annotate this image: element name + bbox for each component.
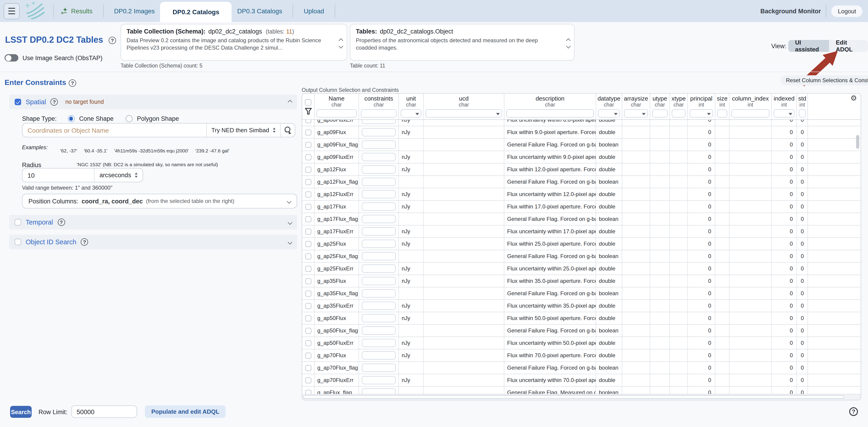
filter-input-ucd[interactable] — [426, 109, 502, 117]
row-constraint-input[interactable] — [362, 252, 396, 260]
row-checkbox[interactable] — [305, 303, 311, 309]
constraints-help-icon[interactable]: ? — [69, 80, 76, 87]
row-constraint-input[interactable] — [362, 120, 396, 124]
row-checkbox[interactable] — [305, 154, 311, 160]
row-constraint-input[interactable] — [362, 165, 396, 174]
background-monitor-button[interactable]: Background Monitor — [760, 7, 821, 15]
tab-dp02-catalogs[interactable]: DP0.2 Catalogs — [160, 2, 232, 22]
row-checkbox[interactable] — [305, 365, 311, 371]
row-checkbox[interactable] — [305, 142, 311, 148]
object-id-section-header[interactable]: Object ID Search ? — [9, 235, 297, 249]
table-row[interactable]: g_ap12FluxErrnJyFlux uncertainty within … — [302, 188, 861, 201]
footer-help-icon[interactable]: ? — [849, 407, 858, 416]
horizontal-scrollbar-track[interactable] — [302, 394, 861, 400]
object-id-checkbox[interactable] — [15, 239, 21, 245]
column-header-std[interactable]: stdint — [797, 94, 808, 119]
column-header-constraints[interactable]: constraintschar — [359, 94, 399, 119]
column-header-indexed[interactable]: indexedint — [772, 94, 797, 119]
temporal-help-icon[interactable]: ? — [58, 219, 65, 226]
table-row[interactable]: g_ap25Flux_flagGeneral Failure Flag. For… — [302, 250, 861, 263]
row-checkbox[interactable] — [305, 352, 311, 358]
row-constraint-input[interactable] — [362, 339, 396, 347]
filter-dropdown-caret-icon[interactable] — [614, 113, 618, 115]
table-row[interactable]: g_ap12FluxnJyFlux within 12.0-pixel aper… — [302, 164, 861, 176]
filter-input-name[interactable] — [316, 109, 357, 117]
spatial-collapse-icon[interactable] — [288, 99, 292, 104]
column-header-unit[interactable]: unitchar — [399, 94, 424, 119]
table-row[interactable]: g_ap17Flux_flagGeneral Failure Flag. For… — [302, 213, 861, 225]
filter-input-xtype[interactable] — [672, 109, 685, 117]
ui-assisted-button[interactable]: UI assisted — [788, 40, 829, 52]
filter-input-constraints[interactable] — [361, 109, 397, 117]
resolver-select[interactable]: Try NED then Simbad — [207, 123, 280, 137]
row-constraint-input[interactable] — [362, 227, 396, 235]
filter-input-std[interactable] — [799, 109, 806, 117]
table-row[interactable]: g_ap25FluxnJyFlux within 25.0-pixel aper… — [302, 238, 861, 250]
filter-input-utype[interactable] — [652, 109, 668, 117]
row-constraint-input[interactable] — [362, 240, 396, 248]
temporal-section-header[interactable]: Temporal ? — [9, 215, 297, 230]
table-row[interactable]: g_ap50FluxnJyFlux within 50.0-pixel aper… — [302, 312, 861, 324]
title-help-icon[interactable]: ? — [109, 37, 116, 44]
row-checkbox[interactable] — [305, 228, 311, 234]
resolve-search-button[interactable] — [281, 123, 295, 137]
column-header-column_index[interactable]: column_indexint — [730, 94, 772, 119]
column-header-description[interactable]: descriptionchar — [504, 94, 596, 119]
row-checkbox[interactable] — [305, 253, 311, 259]
row-checkbox[interactable] — [305, 179, 311, 185]
spatial-help-icon[interactable]: ? — [51, 98, 58, 106]
row-constraint-input[interactable] — [362, 376, 396, 384]
position-columns-select[interactable]: Position Columns: coord_ra, coord_dec (f… — [22, 194, 297, 208]
tables-card-expander-icon[interactable] — [567, 39, 570, 48]
temporal-checkbox[interactable] — [15, 219, 21, 225]
column-header-datatype[interactable]: datatypechar — [596, 94, 622, 119]
column-header-utype[interactable]: utypechar — [650, 94, 670, 119]
logout-button[interactable]: Logout — [831, 5, 863, 17]
hamburger-menu-icon[interactable] — [4, 3, 20, 19]
filter-input-unit[interactable] — [401, 109, 422, 117]
row-checkbox[interactable] — [305, 278, 311, 284]
filter-dropdown-caret-icon[interactable] — [789, 113, 792, 115]
table-row[interactable]: g_ap50Flux_flagGeneral Failure Flag. For… — [302, 324, 861, 337]
temporal-expand-icon[interactable] — [288, 220, 292, 225]
cone-shape-radio[interactable] — [68, 115, 74, 122]
row-constraint-input[interactable] — [362, 153, 396, 161]
column-header-xtype[interactable]: xtypechar — [670, 94, 688, 119]
row-constraint-input[interactable] — [362, 202, 396, 211]
edit-adql-button[interactable]: Edit ADQL — [829, 40, 868, 52]
row-checkbox[interactable] — [305, 129, 311, 135]
table-row[interactable]: g_ap09FluxnJyFlux within 9.0-pixel apert… — [302, 126, 861, 139]
row-checkbox[interactable] — [305, 290, 311, 296]
row-constraint-input[interactable] — [362, 277, 396, 285]
spatial-checkbox[interactable] — [15, 99, 21, 105]
row-constraint-input[interactable] — [362, 128, 396, 136]
filter-input-arraysize[interactable] — [624, 109, 648, 117]
select-all-checkbox[interactable] — [305, 99, 311, 106]
image-search-toggle[interactable] — [5, 54, 18, 61]
table-row[interactable]: g_ap25FluxErrnJyFlux uncertainty within … — [302, 263, 861, 275]
row-constraint-input[interactable] — [362, 141, 396, 149]
table-row[interactable]: g_ap17FluxnJyFlux within 17.0-pixel aper… — [302, 201, 861, 213]
row-checkbox[interactable] — [305, 328, 311, 334]
filter-input-column_index[interactable] — [731, 109, 769, 117]
filter-dropdown-caret-icon[interactable] — [642, 113, 646, 115]
filter-dropdown-caret-icon[interactable] — [707, 113, 711, 115]
row-checkbox[interactable] — [305, 216, 311, 222]
row-checkbox[interactable] — [305, 340, 311, 346]
table-row[interactable]: g_ap50FluxErrnJyFlux uncertainty within … — [302, 337, 861, 349]
row-checkbox[interactable] — [305, 266, 311, 272]
filter-dropdown-caret-icon[interactable] — [496, 113, 500, 115]
table-row[interactable]: g_ap09Flux_flagGeneral Failure Flag. For… — [302, 139, 861, 151]
filter-input-indexed[interactable] — [774, 109, 795, 117]
horizontal-scrollbar-thumb[interactable] — [303, 395, 844, 399]
column-header-ucd[interactable]: ucdchar — [424, 94, 504, 119]
filter-funnel-icon[interactable] — [305, 108, 312, 115]
row-checkbox[interactable] — [305, 204, 311, 209]
row-limit-input[interactable]: 50000 — [71, 405, 137, 418]
row-constraint-input[interactable] — [362, 351, 396, 360]
table-row[interactable]: g_ap09FluxErrnJyFlux uncertainty within … — [302, 151, 861, 164]
vertical-scrollbar-thumb[interactable] — [856, 135, 859, 149]
radius-input[interactable]: 10 — [23, 169, 94, 182]
column-header-principal[interactable]: principalint — [688, 94, 715, 119]
coordinates-input[interactable]: Coordinates or Object Name — [23, 123, 206, 137]
